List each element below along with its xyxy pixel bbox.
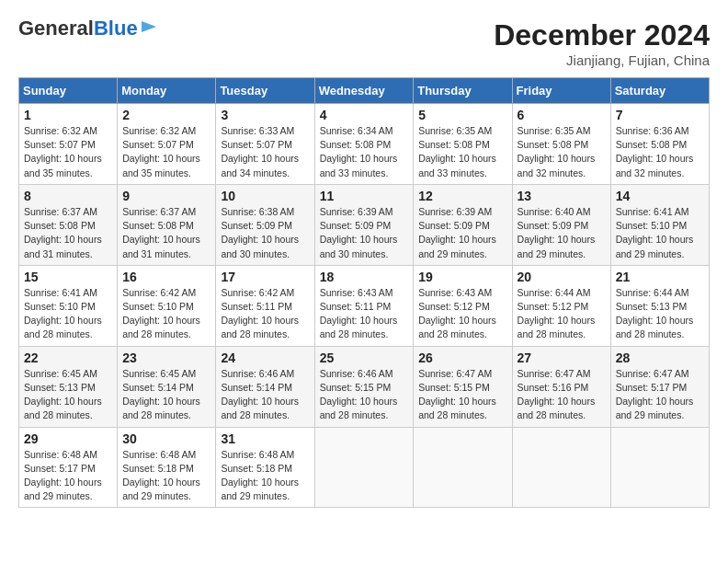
- day-info: Sunrise: 6:48 AM Sunset: 5:18 PM Dayligh…: [221, 448, 309, 504]
- day-number: 5: [418, 108, 506, 122]
- table-row: 8Sunrise: 6:37 AM Sunset: 5:08 PM Daylig…: [19, 184, 118, 265]
- day-info: Sunrise: 6:39 AM Sunset: 5:09 PM Dayligh…: [418, 205, 506, 261]
- day-number: 14: [616, 189, 704, 203]
- day-info: Sunrise: 6:46 AM Sunset: 5:14 PM Dayligh…: [221, 367, 309, 423]
- table-row: 12Sunrise: 6:39 AM Sunset: 5:09 PM Dayli…: [414, 184, 512, 265]
- table-row: 10Sunrise: 6:38 AM Sunset: 5:09 PM Dayli…: [216, 184, 314, 265]
- table-row: 9Sunrise: 6:37 AM Sunset: 5:08 PM Daylig…: [118, 184, 216, 265]
- day-info: Sunrise: 6:41 AM Sunset: 5:10 PM Dayligh…: [616, 205, 704, 261]
- col-saturday: Saturday: [610, 78, 709, 104]
- table-row: 25Sunrise: 6:46 AM Sunset: 5:15 PM Dayli…: [314, 346, 414, 427]
- day-info: Sunrise: 6:47 AM Sunset: 5:17 PM Dayligh…: [616, 367, 704, 423]
- table-row: 19Sunrise: 6:43 AM Sunset: 5:12 PM Dayli…: [414, 265, 512, 346]
- day-number: 24: [221, 350, 309, 365]
- day-info: Sunrise: 6:48 AM Sunset: 5:17 PM Dayligh…: [24, 448, 112, 504]
- day-number: 11: [320, 189, 409, 203]
- table-row: 29Sunrise: 6:48 AM Sunset: 5:17 PM Dayli…: [19, 427, 118, 508]
- table-row: 26Sunrise: 6:47 AM Sunset: 5:15 PM Dayli…: [414, 346, 512, 427]
- table-row: 5Sunrise: 6:35 AM Sunset: 5:08 PM Daylig…: [414, 104, 512, 185]
- table-row: 23Sunrise: 6:45 AM Sunset: 5:14 PM Dayli…: [118, 346, 216, 427]
- day-number: 30: [122, 431, 210, 446]
- day-info: Sunrise: 6:38 AM Sunset: 5:09 PM Dayligh…: [221, 205, 309, 261]
- location: Jianjiang, Fujian, China: [494, 52, 710, 68]
- table-row: 31Sunrise: 6:48 AM Sunset: 5:18 PM Dayli…: [216, 427, 314, 508]
- table-row: 30Sunrise: 6:48 AM Sunset: 5:18 PM Dayli…: [118, 427, 216, 508]
- day-number: 22: [24, 350, 112, 365]
- table-row: [414, 427, 512, 508]
- day-info: Sunrise: 6:43 AM Sunset: 5:11 PM Dayligh…: [320, 286, 409, 342]
- day-number: 17: [221, 270, 309, 284]
- day-info: Sunrise: 6:46 AM Sunset: 5:15 PM Dayligh…: [320, 367, 409, 423]
- day-info: Sunrise: 6:44 AM Sunset: 5:13 PM Dayligh…: [616, 286, 704, 342]
- table-row: 7Sunrise: 6:36 AM Sunset: 5:08 PM Daylig…: [610, 104, 709, 185]
- day-info: Sunrise: 6:43 AM Sunset: 5:12 PM Dayligh…: [418, 286, 506, 342]
- day-info: Sunrise: 6:41 AM Sunset: 5:10 PM Dayligh…: [24, 286, 112, 342]
- day-info: Sunrise: 6:37 AM Sunset: 5:08 PM Dayligh…: [122, 205, 210, 261]
- day-number: 3: [221, 108, 309, 122]
- table-row: [512, 427, 610, 508]
- day-number: 2: [122, 108, 210, 122]
- day-info: Sunrise: 6:34 AM Sunset: 5:08 PM Dayligh…: [320, 124, 409, 180]
- calendar-week-row: 8Sunrise: 6:37 AM Sunset: 5:08 PM Daylig…: [19, 184, 710, 265]
- table-row: 6Sunrise: 6:35 AM Sunset: 5:08 PM Daylig…: [512, 104, 610, 185]
- table-row: 21Sunrise: 6:44 AM Sunset: 5:13 PM Dayli…: [610, 265, 709, 346]
- day-info: Sunrise: 6:35 AM Sunset: 5:08 PM Dayligh…: [418, 124, 506, 180]
- month-year: December 2024: [494, 18, 710, 52]
- day-info: Sunrise: 6:37 AM Sunset: 5:08 PM Dayligh…: [24, 205, 112, 261]
- day-info: Sunrise: 6:42 AM Sunset: 5:11 PM Dayligh…: [221, 286, 309, 342]
- day-number: 20: [518, 270, 606, 284]
- calendar-week-row: 29Sunrise: 6:48 AM Sunset: 5:17 PM Dayli…: [19, 427, 710, 508]
- day-number: 19: [418, 270, 506, 284]
- calendar-week-row: 1Sunrise: 6:32 AM Sunset: 5:07 PM Daylig…: [19, 104, 710, 185]
- day-info: Sunrise: 6:40 AM Sunset: 5:09 PM Dayligh…: [518, 205, 606, 261]
- table-row: 27Sunrise: 6:47 AM Sunset: 5:16 PM Dayli…: [512, 346, 610, 427]
- day-number: 8: [24, 189, 112, 203]
- page-header: GeneralBlue December 2024 Jianjiang, Fuj…: [18, 18, 710, 68]
- day-info: Sunrise: 6:32 AM Sunset: 5:07 PM Dayligh…: [24, 124, 112, 180]
- day-number: 27: [518, 350, 606, 365]
- table-row: 2Sunrise: 6:32 AM Sunset: 5:07 PM Daylig…: [118, 104, 216, 185]
- title-block: December 2024 Jianjiang, Fujian, China: [494, 18, 710, 68]
- day-number: 21: [616, 270, 704, 284]
- col-wednesday: Wednesday: [314, 78, 414, 104]
- logo-icon: [140, 17, 158, 36]
- day-number: 1: [24, 108, 112, 122]
- calendar-week-row: 15Sunrise: 6:41 AM Sunset: 5:10 PM Dayli…: [19, 265, 710, 346]
- day-number: 6: [518, 108, 606, 122]
- day-number: 31: [221, 431, 309, 446]
- day-number: 4: [320, 108, 409, 122]
- day-info: Sunrise: 6:48 AM Sunset: 5:18 PM Dayligh…: [122, 448, 210, 504]
- table-row: 15Sunrise: 6:41 AM Sunset: 5:10 PM Dayli…: [19, 265, 118, 346]
- svg-marker-0: [142, 21, 156, 32]
- col-friday: Friday: [512, 78, 610, 104]
- day-number: 16: [122, 270, 210, 284]
- day-number: 7: [616, 108, 704, 122]
- day-info: Sunrise: 6:44 AM Sunset: 5:12 PM Dayligh…: [518, 286, 606, 342]
- calendar-week-row: 22Sunrise: 6:45 AM Sunset: 5:13 PM Dayli…: [19, 346, 710, 427]
- table-row: 1Sunrise: 6:32 AM Sunset: 5:07 PM Daylig…: [19, 104, 118, 185]
- table-row: [610, 427, 709, 508]
- day-number: 9: [122, 189, 210, 203]
- table-row: 13Sunrise: 6:40 AM Sunset: 5:09 PM Dayli…: [512, 184, 610, 265]
- table-row: 3Sunrise: 6:33 AM Sunset: 5:07 PM Daylig…: [216, 104, 314, 185]
- calendar-table: Sunday Monday Tuesday Wednesday Thursday…: [18, 77, 710, 508]
- table-row: 28Sunrise: 6:47 AM Sunset: 5:17 PM Dayli…: [610, 346, 709, 427]
- day-info: Sunrise: 6:32 AM Sunset: 5:07 PM Dayligh…: [122, 124, 210, 180]
- day-number: 29: [24, 431, 112, 446]
- day-info: Sunrise: 6:39 AM Sunset: 5:09 PM Dayligh…: [320, 205, 409, 261]
- day-number: 10: [221, 189, 309, 203]
- day-number: 15: [24, 270, 112, 284]
- table-row: 4Sunrise: 6:34 AM Sunset: 5:08 PM Daylig…: [314, 104, 414, 185]
- day-number: 13: [518, 189, 606, 203]
- col-sunday: Sunday: [19, 78, 118, 104]
- table-row: 17Sunrise: 6:42 AM Sunset: 5:11 PM Dayli…: [216, 265, 314, 346]
- table-row: 14Sunrise: 6:41 AM Sunset: 5:10 PM Dayli…: [610, 184, 709, 265]
- table-row: 22Sunrise: 6:45 AM Sunset: 5:13 PM Dayli…: [19, 346, 118, 427]
- logo-text: GeneralBlue: [18, 18, 138, 39]
- table-row: 18Sunrise: 6:43 AM Sunset: 5:11 PM Dayli…: [314, 265, 414, 346]
- day-info: Sunrise: 6:45 AM Sunset: 5:14 PM Dayligh…: [122, 367, 210, 423]
- day-number: 12: [418, 189, 506, 203]
- col-monday: Monday: [118, 78, 216, 104]
- day-number: 18: [320, 270, 409, 284]
- col-tuesday: Tuesday: [216, 78, 314, 104]
